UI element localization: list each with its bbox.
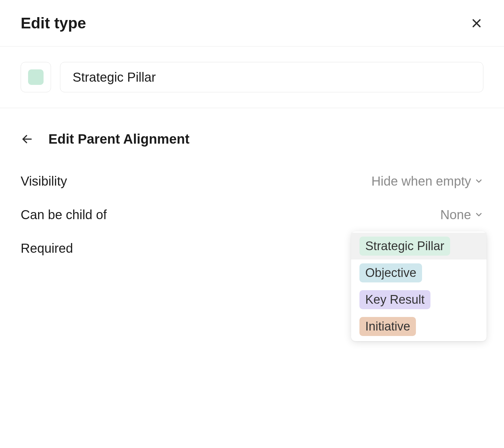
dropdown-item-badge: Key Result [359,290,430,309]
dropdown-item[interactable]: Strategic Pillar [351,233,487,260]
child-of-dropdown-wrapper: None Strategic PillarObjectiveKey Result… [440,208,483,222]
dropdown-item-badge: Strategic Pillar [359,237,450,256]
dropdown-item-badge: Initiative [359,317,416,336]
section-header: Edit Parent Alignment [21,131,483,147]
modal-header: Edit type [0,0,504,46]
visibility-dropdown[interactable]: Hide when empty [371,174,483,188]
modal-content: Edit Parent Alignment Visibility Hide wh… [0,108,504,279]
chevron-down-icon [474,210,483,219]
dropdown-item-badge: Objective [359,263,422,282]
type-name-input[interactable] [60,62,483,92]
setting-row-child-of: Can be child of None Strategic PillarObj… [21,205,483,224]
dropdown-item[interactable]: Objective [351,260,487,286]
child-of-dropdown-menu: Strategic PillarObjectiveKey ResultIniti… [351,231,487,341]
dropdown-item[interactable]: Initiative [351,313,487,340]
visibility-value: Hide when empty [371,174,471,188]
type-name-row [0,46,504,108]
chevron-down-icon [474,177,483,186]
setting-label-visibility: Visibility [21,174,67,188]
setting-row-visibility: Visibility Hide when empty [21,171,483,191]
setting-label-required: Required [21,241,73,256]
arrow-left-icon [21,133,33,145]
close-icon [471,17,482,29]
back-button[interactable] [21,133,34,146]
close-button[interactable] [470,16,483,30]
setting-label-child-of: Can be child of [21,208,107,222]
child-of-value: None [440,208,471,222]
type-color-button[interactable] [21,62,51,92]
child-of-dropdown[interactable]: None [440,208,483,222]
dropdown-item[interactable]: Key Result [351,286,487,313]
modal-title: Edit type [21,14,86,32]
type-color-swatch [28,69,44,85]
section-title: Edit Parent Alignment [48,131,189,147]
